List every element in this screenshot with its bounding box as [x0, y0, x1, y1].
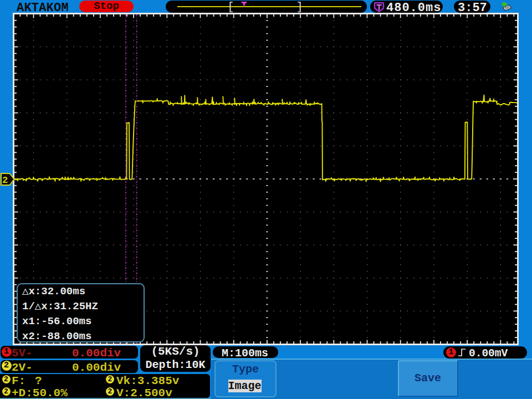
- svg-text:2: 2: [2, 175, 8, 186]
